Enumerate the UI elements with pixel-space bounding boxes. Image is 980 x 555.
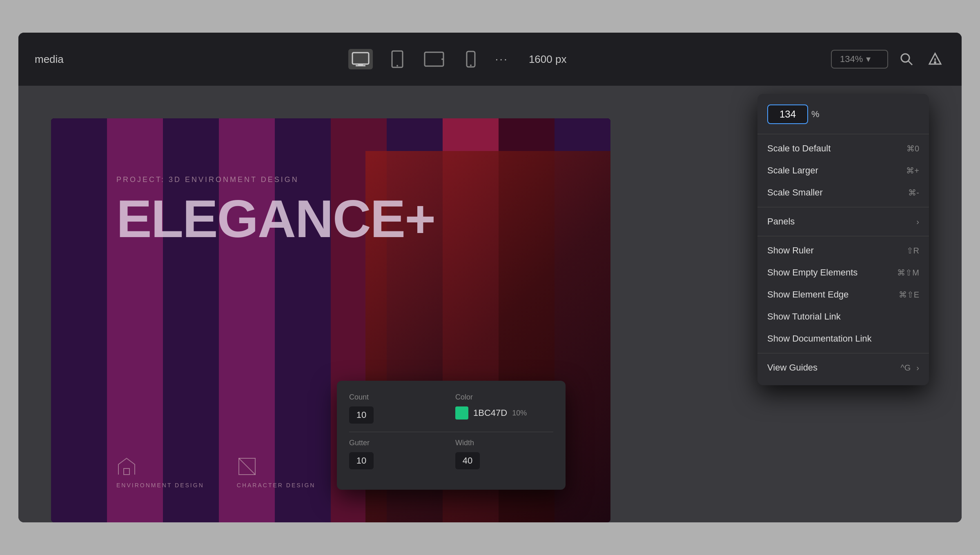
- hero-icons: ENVIRONMENT DESIGN CHARACTER DESIGN: [116, 456, 315, 490]
- color-value-row: 1BC47D 10%: [455, 406, 553, 420]
- zoom-dropdown-btn[interactable]: 134% ▾: [831, 50, 888, 69]
- width-value[interactable]: 40: [455, 452, 480, 469]
- icon-environment-design: ENVIRONMENT DESIGN: [116, 456, 204, 490]
- chevron-down-icon: ▾: [866, 54, 871, 64]
- zoom-percent-label: %: [811, 109, 820, 120]
- dropdown-menu: % Scale to Default ⌘0 Scale Larger ⌘+ Sc…: [757, 94, 929, 385]
- svg-rect-14: [124, 468, 129, 475]
- menu-divider-4: [757, 353, 929, 353]
- gutter-col: Gutter 10: [349, 439, 447, 469]
- gutter-value[interactable]: 10: [349, 452, 374, 469]
- zoom-input-field[interactable]: [767, 104, 808, 124]
- zoom-value: 134%: [840, 54, 863, 64]
- gutter-label: Gutter: [349, 439, 447, 447]
- search-btn[interactable]: [896, 49, 917, 69]
- show-tutorial-link-item[interactable]: Show Tutorial Link: [757, 306, 929, 328]
- hero-title: ELEGANCE+: [116, 192, 545, 245]
- scale-larger-item[interactable]: Scale Larger ⌘+: [757, 160, 929, 182]
- color-label: Color: [455, 393, 553, 402]
- show-documentation-label: Show Documentation Link: [767, 333, 919, 344]
- color-swatch[interactable]: [455, 406, 468, 420]
- scale-to-default-item[interactable]: Scale to Default ⌘0: [757, 138, 929, 160]
- svg-point-4: [396, 65, 398, 67]
- app-title: media: [35, 53, 84, 66]
- color-picker-bottom-row: Gutter 10 Width 40: [349, 439, 553, 469]
- show-empty-label: Show Empty Elements: [767, 267, 897, 278]
- scale-default-label: Scale to Default: [767, 143, 906, 154]
- icon-character-label: CHARACTER DESIGN: [237, 482, 316, 490]
- panels-arrow-icon: ›: [916, 217, 919, 226]
- device-mobile-btn[interactable]: [459, 49, 483, 69]
- color-col: Color 1BC47D 10%: [455, 393, 553, 424]
- svg-point-8: [470, 64, 472, 66]
- show-ruler-item[interactable]: Show Ruler ⇧R: [757, 240, 929, 262]
- menu-divider-3: [757, 236, 929, 236]
- show-tutorial-label: Show Tutorial Link: [767, 311, 919, 322]
- zoom-input-row: %: [757, 100, 929, 131]
- svg-rect-0: [352, 53, 369, 64]
- show-empty-shortcut: ⌘⇧M: [897, 268, 919, 278]
- svg-rect-5: [425, 52, 443, 66]
- device-tablet-portrait-btn[interactable]: [385, 49, 410, 69]
- show-edge-shortcut: ⌘⇧E: [899, 290, 919, 300]
- svg-line-16: [239, 458, 255, 475]
- scale-smaller-item[interactable]: Scale Smaller ⌘-: [757, 182, 929, 204]
- show-edge-label: Show Element Edge: [767, 289, 899, 300]
- svg-point-13: [935, 62, 936, 63]
- gutter-value-row: 10: [349, 452, 447, 469]
- count-value-row: 10: [349, 406, 447, 424]
- resolution-display: 1600 px: [529, 53, 567, 66]
- menu-divider-1: [757, 134, 929, 134]
- show-empty-elements-item[interactable]: Show Empty Elements ⌘⇧M: [757, 262, 929, 284]
- toolbar: media: [18, 33, 962, 86]
- show-ruler-shortcut: ⇧R: [906, 246, 919, 255]
- menu-divider-2: [757, 207, 929, 207]
- more-options-btn[interactable]: ···: [495, 53, 508, 66]
- scale-smaller-shortcut: ⌘-: [908, 188, 919, 198]
- scale-default-shortcut: ⌘0: [906, 144, 919, 153]
- alert-btn[interactable]: [925, 49, 945, 69]
- device-tablet-landscape-btn[interactable]: [422, 49, 446, 69]
- count-label: Count: [349, 393, 447, 402]
- color-picker-popup: Count 10 Color 1BC47D 10% Gu: [337, 381, 566, 490]
- width-label: Width: [455, 439, 553, 447]
- svg-point-6: [441, 58, 443, 60]
- hero-subtitle: PROJECT: 3D ENVIRONMENT DESIGN: [116, 175, 545, 184]
- color-opacity: 10%: [512, 409, 527, 417]
- color-hex: 1BC47D: [473, 408, 507, 418]
- color-picker-top-row: Count 10 Color 1BC47D 10%: [349, 393, 553, 424]
- toolbar-center: ··· 1600 px: [84, 49, 831, 69]
- icon-environment-label: ENVIRONMENT DESIGN: [116, 482, 204, 490]
- device-desktop-btn[interactable]: [348, 49, 373, 69]
- scale-larger-label: Scale Larger: [767, 165, 906, 176]
- icon-character-design: CHARACTER DESIGN: [237, 456, 316, 490]
- show-element-edge-item[interactable]: Show Element Edge ⌘⇧E: [757, 284, 929, 306]
- screen: media: [18, 33, 962, 522]
- scale-smaller-label: Scale Smaller: [767, 187, 908, 198]
- svg-point-9: [901, 54, 909, 62]
- view-guides-item[interactable]: View Guides ^G ›: [757, 357, 929, 379]
- canvas-area: ★ STARCO HOME ABOUT US PROJECTS SE... PR…: [18, 86, 962, 522]
- show-ruler-label: Show Ruler: [767, 245, 906, 256]
- view-guides-arrow-icon: ›: [916, 363, 919, 373]
- count-value[interactable]: 10: [349, 406, 374, 424]
- show-documentation-link-item[interactable]: Show Documentation Link: [757, 328, 929, 350]
- panels-item[interactable]: Panels ›: [757, 211, 929, 233]
- count-col: Count 10: [349, 393, 447, 424]
- width-col: Width 40: [455, 439, 553, 469]
- view-guides-shortcut: ^G: [900, 363, 911, 373]
- svg-line-10: [909, 61, 912, 65]
- width-value-row: 40: [455, 452, 553, 469]
- toolbar-right: 134% ▾: [831, 49, 945, 69]
- scale-larger-shortcut: ⌘+: [906, 166, 919, 175]
- color-picker-divider: [349, 432, 553, 432]
- panels-label: Panels: [767, 216, 913, 227]
- view-guides-label: View Guides: [767, 362, 900, 373]
